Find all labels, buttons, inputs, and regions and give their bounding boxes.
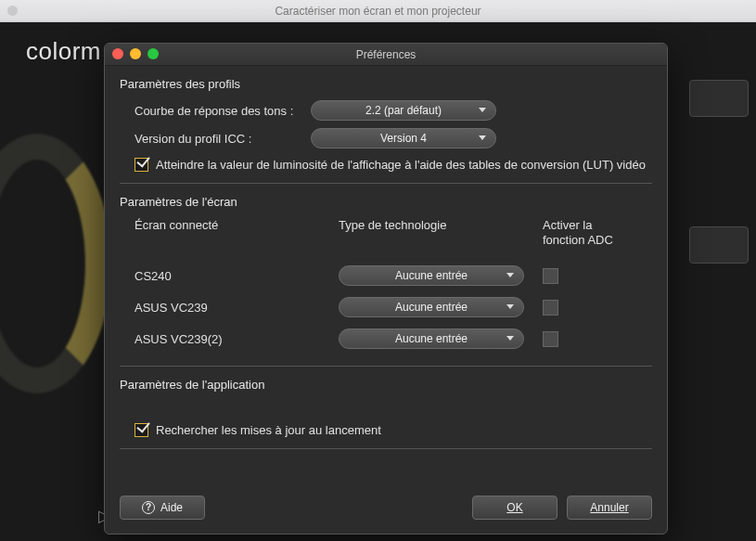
icc-version-label: Version du profil ICC : bbox=[135, 132, 311, 146]
display-name: ASUS VC239(2) bbox=[135, 332, 339, 346]
dialog-titlebar: Préférences bbox=[105, 44, 667, 66]
chevron-down-icon bbox=[479, 135, 486, 140]
display-row: CS240Aucune entrée bbox=[135, 260, 652, 291]
background-tab bbox=[689, 226, 749, 264]
tech-value: Aucune entrée bbox=[395, 269, 468, 282]
divider bbox=[120, 448, 652, 449]
icc-version-value: Version 4 bbox=[380, 132, 427, 145]
tech-dropdown[interactable]: Aucune entrée bbox=[339, 297, 524, 317]
chevron-down-icon bbox=[506, 336, 514, 341]
cancel-button[interactable]: Annuler bbox=[567, 496, 652, 520]
background-close-dot bbox=[7, 6, 18, 16]
lut-checkbox[interactable] bbox=[135, 158, 148, 172]
column-adc: Activer la fonction ADC bbox=[543, 218, 652, 247]
adc-checkbox[interactable] bbox=[543, 331, 558, 347]
section-displays-title: Paramètres de l'écran bbox=[120, 195, 652, 209]
tech-value: Aucune entrée bbox=[395, 332, 468, 345]
divider bbox=[120, 183, 652, 184]
tone-curve-dropdown[interactable]: 2.2 (par défaut) bbox=[311, 100, 496, 121]
column-connected-display: Écran connecté bbox=[135, 218, 339, 247]
chevron-down-icon bbox=[506, 304, 514, 309]
help-icon: ? bbox=[142, 501, 155, 514]
minimize-icon[interactable] bbox=[130, 48, 141, 59]
ok-button-label: OK bbox=[506, 501, 522, 514]
updates-checkbox-label: Rechercher les mises à jour au lancement bbox=[156, 423, 381, 437]
background-tab bbox=[689, 80, 749, 117]
background-window-title: Caractériser mon écran et mon projecteur bbox=[275, 5, 481, 18]
cancel-button-label: Annuler bbox=[590, 501, 628, 514]
help-button[interactable]: ? Aide bbox=[120, 496, 205, 520]
column-tech-type: Type de technologie bbox=[339, 218, 543, 247]
section-profiles-title: Paramètres des profils bbox=[120, 77, 652, 91]
help-button-label: Aide bbox=[160, 501, 183, 514]
adc-checkbox[interactable] bbox=[543, 300, 558, 316]
tech-dropdown[interactable]: Aucune entrée bbox=[339, 265, 524, 286]
display-name: CS240 bbox=[135, 269, 339, 283]
section-app-title: Paramètres de l'application bbox=[120, 378, 652, 392]
lut-checkbox-label: Atteindre la valeur de luminosité de l'a… bbox=[156, 158, 646, 172]
display-row: ASUS VC239(2)Aucune entrée bbox=[135, 323, 652, 354]
chevron-down-icon bbox=[506, 273, 514, 277]
close-icon[interactable] bbox=[112, 48, 123, 59]
dialog-title: Préférences bbox=[356, 48, 416, 61]
ok-button[interactable]: OK bbox=[472, 496, 557, 520]
divider bbox=[120, 366, 652, 367]
background-window-titlebar: Caractériser mon écran et mon projecteur bbox=[0, 0, 756, 22]
tech-dropdown[interactable]: Aucune entrée bbox=[339, 328, 524, 349]
adc-checkbox[interactable] bbox=[543, 268, 558, 284]
zoom-icon[interactable] bbox=[147, 48, 159, 59]
background-swirl-graphic bbox=[0, 134, 111, 393]
display-name: ASUS VC239 bbox=[135, 301, 339, 315]
updates-checkbox[interactable] bbox=[135, 423, 148, 437]
icc-version-dropdown[interactable]: Version 4 bbox=[311, 128, 496, 148]
app-logo-text: colorm bbox=[26, 37, 101, 66]
tone-curve-value: 2.2 (par défaut) bbox=[365, 104, 442, 117]
preferences-dialog: Préférences Paramètres des profils Courb… bbox=[104, 43, 668, 535]
tone-curve-label: Courbe de réponse des tons : bbox=[135, 104, 311, 118]
tech-value: Aucune entrée bbox=[395, 301, 468, 314]
display-row: ASUS VC239Aucune entrée bbox=[135, 291, 652, 323]
chevron-down-icon bbox=[479, 108, 486, 112]
